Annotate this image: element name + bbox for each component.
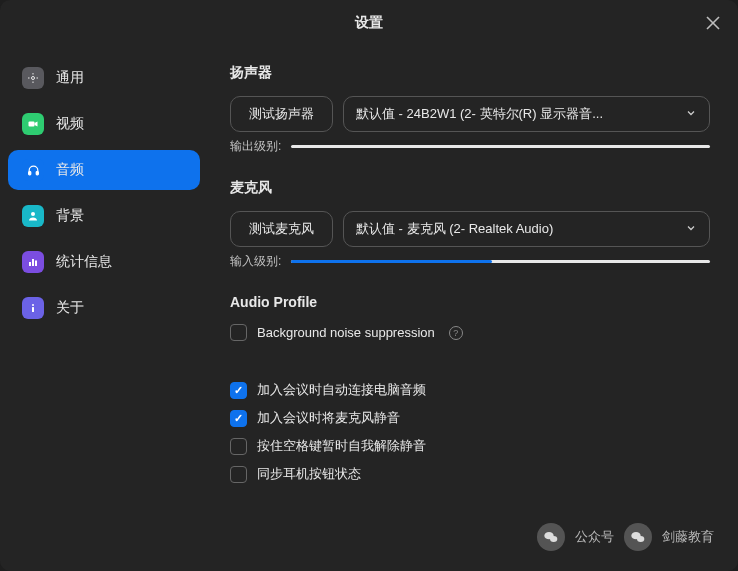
svg-point-14 — [550, 536, 557, 542]
speaker-select[interactable]: 默认值 - 24B2W1 (2- 英特尔(R) 显示器音... — [343, 96, 710, 132]
watermark-label1: 公众号 — [575, 528, 614, 546]
sidebar-item-label: 视频 — [56, 115, 84, 133]
sidebar-item-label: 背景 — [56, 207, 84, 225]
settings-content: 扬声器 测试扬声器 默认值 - 24B2W1 (2- 英特尔(R) 显示器音..… — [208, 46, 738, 571]
headphones-icon — [22, 159, 44, 181]
close-icon — [706, 16, 720, 30]
chevron-down-icon — [685, 107, 697, 122]
svg-marker-4 — [35, 122, 38, 127]
audio-profile-heading: Audio Profile — [230, 294, 710, 310]
svg-rect-3 — [29, 122, 35, 127]
input-level-label: 输入级别: — [230, 253, 281, 270]
speaker-select-value: 默认值 - 24B2W1 (2- 英特尔(R) 显示器音... — [356, 105, 603, 123]
chevron-down-icon — [685, 222, 697, 237]
settings-body: 通用 视频 音频 背景 — [0, 46, 738, 571]
spacebar-unmute-label: 按住空格键暂时自我解除静音 — [257, 437, 426, 455]
titlebar: 设置 — [0, 0, 738, 46]
sidebar: 通用 视频 音频 背景 — [0, 46, 208, 571]
camera-icon — [22, 113, 44, 135]
svg-rect-10 — [35, 261, 37, 267]
svg-rect-9 — [32, 259, 34, 266]
svg-point-16 — [637, 536, 644, 542]
mute-on-join-checkbox[interactable] — [230, 410, 247, 427]
sidebar-item-background[interactable]: 背景 — [8, 196, 200, 236]
noise-suppression-label: Background noise suppression — [257, 325, 435, 340]
speaker-heading: 扬声器 — [230, 64, 710, 82]
sidebar-item-video[interactable]: 视频 — [8, 104, 200, 144]
sidebar-item-label: 统计信息 — [56, 253, 112, 271]
output-level-label: 输出级别: — [230, 138, 281, 155]
mic-heading: 麦克风 — [230, 179, 710, 197]
test-mic-button[interactable]: 测试麦克风 — [230, 211, 333, 247]
sidebar-item-audio[interactable]: 音频 — [8, 150, 200, 190]
sidebar-item-statistics[interactable]: 统计信息 — [8, 242, 200, 282]
sync-headset-label: 同步耳机按钮状态 — [257, 465, 361, 483]
user-icon — [22, 205, 44, 227]
help-icon[interactable]: ? — [449, 326, 463, 340]
mic-select[interactable]: 默认值 - 麦克风 (2- Realtek Audio) — [343, 211, 710, 247]
spacebar-unmute-checkbox[interactable] — [230, 438, 247, 455]
noise-suppression-checkbox[interactable] — [230, 324, 247, 341]
svg-rect-5 — [28, 171, 30, 174]
output-level-meter — [291, 145, 710, 148]
info-icon — [22, 297, 44, 319]
sidebar-item-label: 关于 — [56, 299, 84, 317]
sync-headset-checkbox[interactable] — [230, 466, 247, 483]
sidebar-item-general[interactable]: 通用 — [8, 58, 200, 98]
watermark-label2: 剑藤教育 — [662, 528, 714, 546]
watermark: 公众号 剑藤教育 — [537, 523, 714, 551]
input-level-meter — [291, 260, 710, 263]
sidebar-item-about[interactable]: 关于 — [8, 288, 200, 328]
svg-point-11 — [32, 304, 34, 306]
mute-on-join-label: 加入会议时将麦克风静音 — [257, 409, 400, 427]
svg-rect-6 — [36, 171, 38, 174]
mic-select-value: 默认值 - 麦克风 (2- Realtek Audio) — [356, 220, 553, 238]
sidebar-item-label: 通用 — [56, 69, 84, 87]
svg-rect-8 — [29, 262, 31, 266]
test-speaker-button[interactable]: 测试扬声器 — [230, 96, 333, 132]
auto-connect-audio-checkbox[interactable] — [230, 382, 247, 399]
auto-connect-audio-label: 加入会议时自动连接电脑音频 — [257, 381, 426, 399]
gear-icon — [22, 67, 44, 89]
wechat-icon — [537, 523, 565, 551]
svg-point-2 — [32, 77, 35, 80]
settings-window: 设置 通用 视频 音频 — [0, 0, 738, 571]
window-title: 设置 — [355, 14, 383, 32]
svg-rect-12 — [32, 307, 34, 312]
chart-icon — [22, 251, 44, 273]
close-button[interactable] — [702, 12, 724, 34]
sidebar-item-label: 音频 — [56, 161, 84, 179]
svg-point-7 — [31, 212, 35, 216]
input-level-fill — [291, 260, 492, 263]
wechat-icon — [624, 523, 652, 551]
